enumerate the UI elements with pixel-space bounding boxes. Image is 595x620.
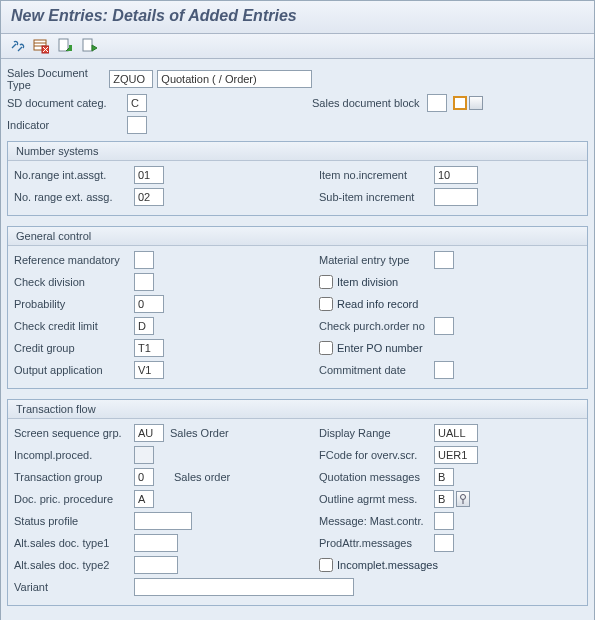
f4-help-icon[interactable] (456, 491, 470, 507)
commit-date-label: Commitment date (319, 364, 434, 376)
item-incr-input[interactable] (434, 166, 478, 184)
check-po-label: Check purch.order no (319, 320, 434, 332)
disp-range-input[interactable] (434, 424, 478, 442)
status-prof-label: Status profile (14, 515, 134, 527)
trans-grp-text: Sales order (174, 471, 230, 483)
msg-mast-label: Message: Mast.contr. (319, 515, 434, 527)
group-number-systems: Number systems No.range int.assgt. Item … (7, 141, 588, 216)
no-range-ext-label: No. range ext. assg. (14, 191, 134, 203)
screen-seq-label: Screen sequence grp. (14, 427, 134, 439)
group-title: Number systems (8, 142, 587, 161)
page-new-icon[interactable] (57, 38, 73, 54)
no-range-ext-input[interactable] (134, 188, 164, 206)
no-range-int-input[interactable] (134, 166, 164, 184)
incompl-msg-checkbox[interactable] (319, 558, 333, 572)
quot-msg-label: Quotation messages (319, 471, 434, 483)
trans-grp-input[interactable] (134, 468, 154, 486)
commit-date-input[interactable] (434, 361, 454, 379)
alt1-input[interactable] (134, 534, 178, 552)
prodattr-label: ProdAttr.messages (319, 537, 434, 549)
prob-label: Probability (14, 298, 134, 310)
fcode-label: FCode for overv.scr. (319, 449, 434, 461)
svg-rect-4 (59, 39, 68, 51)
credit-grp-label: Credit group (14, 342, 134, 354)
page-next-icon[interactable] (81, 38, 97, 54)
check-div-input[interactable] (134, 273, 154, 291)
screen-seq-input[interactable] (134, 424, 164, 442)
ref-mand-input[interactable] (134, 251, 154, 269)
sales-doc-type-label: Sales Document Type (7, 67, 109, 91)
output-app-label: Output application (14, 364, 134, 376)
no-range-int-label: No.range int.assgt. (14, 169, 134, 181)
prodattr-input[interactable] (434, 534, 454, 552)
sales-doc-block-label: Sales document block (312, 97, 427, 109)
read-info-checkbox[interactable] (319, 297, 333, 311)
msg-mast-input[interactable] (434, 512, 454, 530)
sd-doc-categ-input[interactable] (127, 94, 147, 112)
prob-input[interactable] (134, 295, 164, 313)
item-div-label: Item division (337, 276, 398, 288)
read-info-label: Read info record (337, 298, 418, 310)
status-prof-input[interactable] (134, 512, 192, 530)
doc-pric-input[interactable] (134, 490, 154, 508)
variant-input[interactable] (134, 578, 354, 596)
doc-pric-label: Doc. pric. procedure (14, 493, 134, 505)
ref-mand-label: Reference mandatory (14, 254, 134, 266)
credit-grp-input[interactable] (134, 339, 164, 357)
outline-msg-input[interactable] (434, 490, 454, 508)
group-transaction-flow: Transaction flow Screen sequence grp. Sa… (7, 399, 588, 606)
quot-msg-input[interactable] (434, 468, 454, 486)
disp-range-label: Display Range (319, 427, 434, 439)
alt2-input[interactable] (134, 556, 178, 574)
group-general-control: General control Reference mandatory Mate… (7, 226, 588, 389)
sales-doc-block-input[interactable] (427, 94, 447, 112)
item-div-checkbox[interactable] (319, 275, 333, 289)
sales-doc-type-desc[interactable] (157, 70, 312, 88)
group-title: General control (8, 227, 587, 246)
incompl-msg-label: Incomplet.messages (337, 559, 438, 571)
sales-doc-type-input[interactable] (109, 70, 153, 88)
toolbar (1, 34, 594, 59)
mat-entry-input[interactable] (434, 251, 454, 269)
fcode-input[interactable] (434, 446, 478, 464)
item-incr-label: Item no.increment (319, 169, 434, 181)
enter-po-label: Enter PO number (337, 342, 423, 354)
trans-grp-label: Transaction group (14, 471, 134, 483)
variant-label: Variant (14, 581, 134, 593)
svg-point-7 (461, 495, 466, 500)
check-credit-label: Check credit limit (14, 320, 134, 332)
svg-rect-5 (69, 45, 72, 51)
alt2-label: Alt.sales doc. type2 (14, 559, 134, 571)
mat-entry-label: Material entry type (319, 254, 434, 266)
check-po-input[interactable] (434, 317, 454, 335)
incompl-input[interactable] (134, 446, 154, 464)
sub-incr-label: Sub-item increment (319, 191, 434, 203)
output-app-input[interactable] (134, 361, 164, 379)
svg-rect-6 (83, 39, 92, 51)
table-delete-icon[interactable] (33, 38, 49, 54)
indicator-label: Indicator (7, 119, 127, 131)
check-credit-input[interactable] (134, 317, 154, 335)
sub-incr-input[interactable] (434, 188, 478, 206)
f4-help-icon[interactable] (453, 96, 483, 110)
screen-seq-text: Sales Order (170, 427, 229, 439)
tools-icon[interactable] (9, 38, 25, 54)
alt1-label: Alt.sales doc. type1 (14, 537, 134, 549)
group-title: Transaction flow (8, 400, 587, 419)
sd-doc-categ-label: SD document categ. (7, 97, 127, 109)
indicator-input[interactable] (127, 116, 147, 134)
check-div-label: Check division (14, 276, 134, 288)
enter-po-checkbox[interactable] (319, 341, 333, 355)
page-title: New Entries: Details of Added Entries (1, 1, 594, 34)
incompl-label: Incompl.proced. (14, 449, 134, 461)
outline-msg-label: Outline agrmt mess. (319, 493, 434, 505)
